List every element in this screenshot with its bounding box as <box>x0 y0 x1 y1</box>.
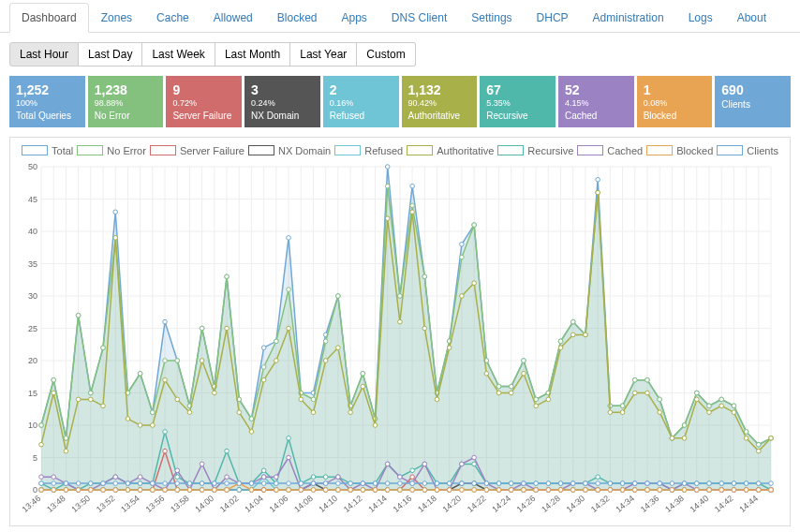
nav-tab-dns-client[interactable]: DNS Client <box>379 3 459 33</box>
stat-label: Authoritative <box>408 110 471 122</box>
legend-item-total[interactable]: Total <box>22 145 73 156</box>
stat-card-refused[interactable]: 20.16%Refused <box>323 76 399 127</box>
legend-label: No Error <box>107 145 146 156</box>
svg-point-413 <box>52 391 56 395</box>
stat-card-no-error[interactable]: 1,23898.88%No Error <box>88 76 164 127</box>
nav-tab-logs[interactable]: Logs <box>676 3 725 33</box>
svg-point-625 <box>447 488 452 493</box>
svg-point-651 <box>769 488 774 493</box>
svg-point-432 <box>287 326 291 331</box>
stat-pct: 0.16% <box>330 98 393 110</box>
svg-text:14:00: 14:00 <box>193 494 215 514</box>
svg-point-192 <box>287 288 291 292</box>
legend-item-clients[interactable]: Clients <box>717 145 778 156</box>
stat-label: No Error <box>95 110 157 122</box>
svg-point-428 <box>237 410 242 415</box>
svg-point-563 <box>422 462 427 466</box>
svg-point-645 <box>694 488 699 493</box>
svg-point-181 <box>151 410 156 415</box>
legend-box <box>407 145 433 155</box>
legend-item-no-error[interactable]: No Error <box>77 145 146 156</box>
stat-card-clients[interactable]: 690Clients <box>715 76 791 127</box>
svg-point-680 <box>385 481 390 486</box>
stat-value: 67 <box>486 81 549 98</box>
time-btn-last-year[interactable]: Last Year <box>290 42 357 66</box>
svg-point-560 <box>385 462 390 466</box>
legend-label: Total <box>52 145 73 156</box>
svg-point-547 <box>225 475 230 480</box>
stat-card-total-queries[interactable]: 1,252100%Total Queries <box>9 76 85 127</box>
svg-point-444 <box>435 397 439 402</box>
svg-point-657 <box>101 481 106 486</box>
time-btn-last-week[interactable]: Last Week <box>142 42 215 66</box>
svg-point-185 <box>200 326 204 331</box>
svg-point-654 <box>64 481 68 486</box>
svg-point-492 <box>287 436 291 440</box>
svg-point-609 <box>249 488 254 493</box>
stat-value: 690 <box>721 81 784 98</box>
svg-point-189 <box>249 417 254 421</box>
svg-point-622 <box>410 488 415 493</box>
svg-point-594 <box>64 488 68 493</box>
nav-tab-allowed[interactable]: Allowed <box>201 3 265 33</box>
svg-point-422 <box>163 377 168 382</box>
stat-card-cached[interactable]: 524.15%Cached <box>558 76 634 127</box>
svg-point-190 <box>261 364 266 369</box>
svg-point-461 <box>645 391 650 395</box>
legend-item-server-failure[interactable]: Server Failure <box>150 145 244 156</box>
nav-tab-zones[interactable]: Zones <box>89 3 144 33</box>
time-btn-last-day[interactable]: Last Day <box>79 42 142 66</box>
nav-tab-dhcp[interactable]: DHCP <box>525 3 581 33</box>
svg-point-629 <box>496 488 501 493</box>
nav-tab-apps[interactable]: Apps <box>330 3 379 33</box>
stat-label: Server Failure <box>172 110 235 122</box>
svg-text:14:22: 14:22 <box>466 494 488 514</box>
svg-point-612 <box>287 488 291 493</box>
stat-card-authoritative[interactable]: 1,13290.42%Authoritative <box>402 76 478 127</box>
stat-card-recursive[interactable]: 675.35%Recursive <box>480 76 556 127</box>
svg-point-433 <box>299 397 304 402</box>
nav-tab-blocked[interactable]: Blocked <box>265 3 330 33</box>
time-btn-custom[interactable]: Custom <box>357 42 415 66</box>
svg-point-157 <box>596 177 600 182</box>
svg-point-180 <box>138 371 142 376</box>
stat-card-server-failure[interactable]: 90.72%Server Failure <box>166 76 242 127</box>
stat-pct: 90.42% <box>408 98 471 110</box>
svg-point-423 <box>175 397 180 402</box>
legend-item-authoritative[interactable]: Authoritative <box>407 145 494 156</box>
legend-item-cached[interactable]: Cached <box>577 145 643 156</box>
svg-text:14:10: 14:10 <box>317 494 339 514</box>
legend-item-refused[interactable]: Refused <box>334 145 403 156</box>
legend-item-nx-domain[interactable]: NX Domain <box>248 145 331 156</box>
nav-tab-administration[interactable]: Administration <box>581 3 676 33</box>
svg-point-647 <box>719 488 724 493</box>
svg-text:14:34: 14:34 <box>614 494 636 514</box>
stat-card-nx-domain[interactable]: 30.24%NX Domain <box>244 76 320 127</box>
svg-point-227 <box>719 397 724 402</box>
time-btn-last-month[interactable]: Last Month <box>215 42 290 66</box>
nav-tab-about[interactable]: About <box>725 3 778 33</box>
chart-container: TotalNo ErrorServer FailureNX DomainRefu… <box>9 137 791 526</box>
svg-point-678 <box>361 481 365 486</box>
legend-item-blocked[interactable]: Blocked <box>646 145 713 156</box>
time-btn-last-hour[interactable]: Last Hour <box>9 42 79 66</box>
legend-item-recursive[interactable]: Recursive <box>497 145 573 156</box>
svg-point-172 <box>39 423 44 428</box>
svg-point-710 <box>756 481 761 486</box>
nav-tab-cache[interactable]: Cache <box>144 3 201 33</box>
svg-text:45: 45 <box>28 194 37 203</box>
stat-label: Recursive <box>486 110 549 122</box>
legend-label: Authoritative <box>437 145 494 156</box>
svg-point-191 <box>274 339 279 344</box>
svg-point-662 <box>163 481 168 486</box>
nav-tab-dashboard[interactable]: Dashboard <box>9 3 89 33</box>
svg-point-653 <box>52 481 56 486</box>
svg-point-672 <box>287 481 291 486</box>
svg-point-175 <box>76 313 81 318</box>
svg-point-661 <box>151 481 156 486</box>
svg-point-702 <box>658 481 662 486</box>
stat-value: 9 <box>172 81 235 98</box>
nav-tab-settings[interactable]: Settings <box>459 3 524 33</box>
svg-point-122 <box>163 319 168 324</box>
stat-card-blocked[interactable]: 10.08%Blocked <box>637 76 713 127</box>
